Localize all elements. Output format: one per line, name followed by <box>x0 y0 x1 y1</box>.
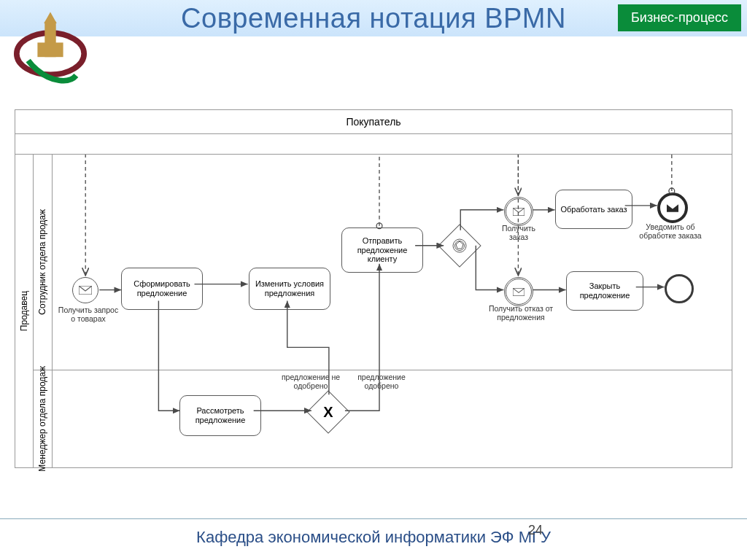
catch-order <box>504 197 533 226</box>
pool-seller-label: Продавец <box>19 291 29 331</box>
slide-title: Современная нотация BPMN <box>181 3 566 34</box>
task-send-offer: Отправить предложение клиенту <box>341 228 423 273</box>
task-modify-offer: Изменить условия предложения <box>249 268 330 310</box>
category-badge: Бизнес-процесс <box>618 4 741 31</box>
task-form-offer: Сформировать предложение <box>121 268 203 310</box>
start-event-label: Получить запрос о товарах <box>55 306 121 323</box>
svg-marker-3 <box>44 12 57 23</box>
task-review-offer: Рассмотреть предложение <box>179 395 261 436</box>
gw-label-yes: предложение одобрено <box>352 373 411 390</box>
page-number: 24 <box>528 523 543 538</box>
gateway-event-based <box>444 230 475 261</box>
task-process-order: Обработать заказ <box>555 190 632 229</box>
pool-buyer-label: Покупатель <box>346 116 400 128</box>
start-event-message <box>72 277 98 303</box>
end-event-plain <box>665 274 694 303</box>
catch-reject-label: Получить отказ от предложения <box>488 305 554 322</box>
catch-reject <box>504 277 533 306</box>
footer-dept: Кафедра экономической информатики ЭФ МГУ <box>196 528 551 547</box>
slide-footer: Кафедра экономической информатики ЭФ МГУ <box>0 518 747 547</box>
lane2-label: Менеджер отдела продаж <box>37 366 47 472</box>
task-close-offer: Закрыть предложение <box>566 271 643 311</box>
bpmn-diagram: Покупатель Продавец Сотрудник отдела про… <box>15 109 732 468</box>
pool-buyer: Покупатель <box>15 110 732 134</box>
gw-label-no: предложение не одобрено <box>278 373 344 390</box>
pool-seller: Продавец <box>15 155 34 467</box>
gateway-approve: X <box>313 397 344 427</box>
university-logo <box>10 7 90 88</box>
end-event-message <box>657 192 688 223</box>
svg-marker-8 <box>456 241 463 249</box>
end-message-label: Уведомить об обработке заказа <box>635 223 705 240</box>
catch-order-label: Получить заказ <box>493 225 544 241</box>
svg-rect-4 <box>37 42 63 57</box>
lane1-label: Сотрудник отдела продаж <box>37 209 47 315</box>
